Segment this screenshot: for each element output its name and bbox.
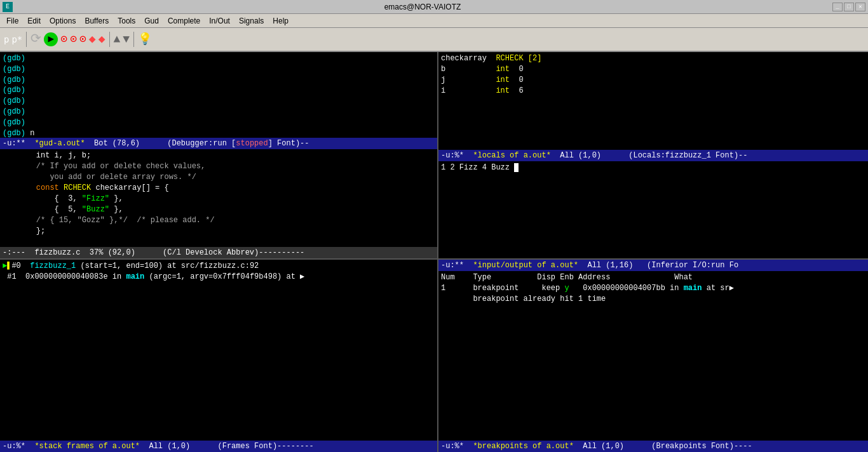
title-bar: E emacs@NOR-VAIOTZ _ □ ✕ [0,0,868,14]
breakpoints-text: Num Type Disp Enb Address What 1 breakpo… [441,272,865,305]
source-code-pane[interactable]: int i, j, b; /* If you add or delete che… [0,149,437,247]
p-star-button[interactable]: p* [11,35,22,44]
left-top-pane: (gdb) (gdb) (gdb) (gdb) (gdb) (gdb) (gdb… [0,52,438,258]
gdb-mode-line-text: -u:** *gud-a.out* Bot (78,6) (Debugger:r… [3,139,309,148]
toolbar: p p* ⟳ ▶ ⊙ ⊙ ⊙ ◆ ◆ ▲ ▼ 💡 [0,28,868,52]
menu-options[interactable]: Options [46,15,79,27]
info-button[interactable]: 💡 [138,34,152,45]
left-bottom-pane: ►▌#0 fizzbuzz_1 (start=1, end=100) at sr… [0,260,438,452]
app-icon: E [3,2,13,12]
breakpoints-mode-line: -u:%* *breakpoints of a.out* All (1,0) (… [438,441,868,452]
breakpoints-mode-line-text: -u:%* *breakpoints of a.out* All (1,0) (… [441,442,752,451]
step-over-button[interactable]: ⊙ [70,34,77,45]
menu-file[interactable]: File [3,15,22,27]
step-out-button[interactable]: ⊙ [79,34,86,45]
menu-complete[interactable]: Complete [164,15,204,27]
maximize-button[interactable]: □ [844,3,854,11]
window-controls[interactable]: _ □ ✕ [832,3,865,11]
minimize-button[interactable]: _ [832,3,843,11]
menu-bar: File Edit Options Buffers Tools Gud Comp… [0,14,868,28]
gdb-output-content: (gdb) (gdb) (gdb) (gdb) (gdb) (gdb) (gdb… [3,53,435,138]
menu-gud[interactable]: Gud [140,15,163,27]
gdb-mode-line: -u:** *gud-a.out* Bot (78,6) (Debugger:r… [0,138,437,149]
locals-vars: checkarray RCHECK [2] b int 0 j int 0 i … [441,53,865,96]
source-mode-line: -:--- fizzbuzz.c 37% (92,0) (C/l Develoc… [0,247,437,258]
toolbar-separator-2 [109,32,110,47]
refresh-icon[interactable]: ⟳ [31,33,41,46]
source-code-content: int i, j, b; /* If you add or delete che… [0,150,437,247]
menu-help[interactable]: Help [269,15,292,27]
bottom-row: ►▌#0 fizzbuzz_1 (start=1, end=100) at sr… [0,260,868,452]
menu-inout[interactable]: In/Out [205,15,234,27]
toolbar-separator-3 [133,32,134,47]
io-text: 1 2 Fizz 4 Buzz [441,163,865,173]
menu-signals[interactable]: Signals [235,15,268,27]
stack-mode-line-text: -u:%* *stack frames of a.out* All (1,0) … [3,442,314,451]
menu-tools[interactable]: Tools [114,15,139,27]
toolbar-separator-1 [26,32,27,47]
step-into-button[interactable]: ⊙ [60,34,67,45]
top-row: (gdb) (gdb) (gdb) (gdb) (gdb) (gdb) (gdb… [0,52,868,260]
stack-frames-text: ►▌#0 fizzbuzz_1 (start=1, end=100) at sr… [3,261,435,282]
right-bottom-pane: -u:** *input/output of a.out* All (1,16)… [438,260,868,452]
locals-content: checkarray RCHECK [2] b int 0 j int 0 i … [438,52,868,150]
right-top-pane: checkarray RCHECK [2] b int 0 j int 0 i … [438,52,868,258]
prev-button[interactable]: ◆ [98,34,105,45]
locals-mode-line-text: -u:%* *locals of a.out* All (1,0) (Local… [441,151,748,160]
up-frame-button[interactable]: ▲ [114,34,121,45]
breakpoints-content: Num Type Disp Enb Address What 1 breakpo… [438,271,868,441]
menu-edit[interactable]: Edit [24,15,44,27]
io-mode-line: -u:** *input/output of a.out* All (1,16)… [438,260,868,271]
next-button[interactable]: ◆ [89,34,96,45]
locals-mode-line: -u:%* *locals of a.out* All (1,0) (Local… [438,150,868,161]
stack-mode-line: -u:%* *stack frames of a.out* All (1,0) … [0,441,437,452]
close-button[interactable]: ✕ [855,3,865,11]
run-button[interactable]: ▶ [44,32,58,46]
io-output-content: 1 2 Fizz 4 Buzz [438,161,868,259]
menu-buffers[interactable]: Buffers [81,15,112,27]
stack-frames-content: ►▌#0 fizzbuzz_1 (start=1, end=100) at sr… [0,260,437,441]
down-frame-button[interactable]: ▼ [123,34,130,45]
io-mode-line-text: -u:** *input/output of a.out* All (1,16)… [441,261,738,270]
main-layout: (gdb) (gdb) (gdb) (gdb) (gdb) (gdb) (gdb… [0,52,868,452]
source-mode-line-text: -:--- fizzbuzz.c 37% (92,0) (C/l Develoc… [3,248,304,257]
window-title: emacs@NOR-VAIOTZ [13,3,832,11]
p-button[interactable]: p [4,35,9,44]
gdb-output-pane: (gdb) (gdb) (gdb) (gdb) (gdb) (gdb) (gdb… [0,52,437,138]
